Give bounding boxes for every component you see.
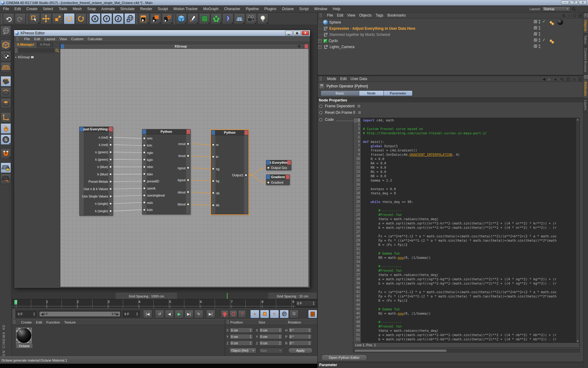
am-menu-edit[interactable]: Edit (340, 77, 347, 81)
tab-basic[interactable]: Basic (321, 90, 359, 96)
layer-swatch[interactable] (534, 44, 537, 48)
timeline-frame-field[interactable]: 0 F▲▼ (296, 300, 316, 306)
node-output-everything[interactable]: t Everything Output Gra (266, 160, 291, 170)
material-menu-create[interactable]: Create (21, 320, 32, 324)
node-input-cap[interactable] (266, 160, 270, 165)
am-grip[interactable] (319, 77, 322, 81)
menu-tools[interactable]: Tools (58, 7, 67, 11)
size-x-field[interactable]: 0 cm▲▼ (259, 328, 282, 333)
redo-button[interactable] (15, 13, 26, 24)
om-grip[interactable] (319, 13, 322, 17)
menu-mesh[interactable]: Mesh (73, 7, 81, 11)
side-tab-content-browser[interactable]: Content Browse (583, 46, 588, 74)
pan-icon[interactable] (297, 44, 301, 48)
position-x-field[interactable]: 0 cm▲▼ (230, 328, 253, 333)
om-path-icon[interactable] (572, 14, 576, 17)
code-vertical-scrollbar[interactable]: ▲▼ (576, 118, 579, 343)
xpresso-menu-grip[interactable] (16, 37, 19, 41)
frame-dependent-checkbox[interactable] (357, 104, 361, 108)
menu-simulate[interactable]: Simulate (120, 7, 135, 11)
expand-icon[interactable]: + (318, 39, 322, 43)
node-input-cap[interactable] (211, 130, 215, 135)
scale-tool[interactable] (52, 13, 63, 24)
key-parameter-toggle[interactable]: P (280, 310, 289, 318)
node-output-cap[interactable] (286, 175, 289, 179)
node-properties-section[interactable]: Node Properties (318, 98, 583, 102)
am-add-icon[interactable] (579, 77, 582, 81)
node-python-2-selected[interactable]: Python nrkrngkgnbkb Output1 (211, 130, 248, 214)
magnet-snap-button[interactable] (1, 148, 11, 159)
node-output-cap[interactable] (187, 129, 190, 134)
om-menu-tags[interactable]: Tags (376, 13, 383, 17)
target-icon[interactable]: ◎ (573, 77, 576, 81)
tab-x-pool[interactable]: X-Pool (37, 42, 53, 48)
next-frame-button[interactable]: ▶| (184, 310, 194, 318)
rotate-tool[interactable] (64, 13, 75, 24)
xpresso-search-input[interactable] (19, 48, 54, 52)
om-menu-file[interactable]: File (327, 13, 333, 17)
add-panel-icon[interactable]: + (584, 75, 588, 79)
om-menu-objects[interactable]: Objects (359, 13, 372, 17)
enable-check-icon[interactable]: ✓ (542, 19, 545, 24)
node-input-cap[interactable] (142, 129, 146, 134)
menu-sculpt[interactable]: Sculpt (158, 7, 168, 11)
add-subdivision-sphere-button[interactable] (199, 13, 210, 24)
material-menu-edit[interactable]: Edit (36, 320, 42, 324)
menu-window[interactable]: Window (314, 7, 327, 11)
tab-node[interactable]: Node (359, 90, 384, 96)
xpresso-menu-edit[interactable]: Edit (34, 37, 40, 41)
lock-icon[interactable] (567, 77, 570, 81)
port-k-blue[interactable] (109, 173, 112, 176)
move-tool[interactable] (40, 13, 51, 24)
last-tool-rotate[interactable] (75, 13, 86, 24)
menu-select[interactable]: Select (43, 7, 53, 11)
xpresso-menu-custom[interactable]: Custom (71, 37, 84, 41)
port-kgout[interactable] (187, 179, 190, 182)
xpresso-menu-calculate[interactable]: Calculate (88, 37, 102, 41)
python-code-editor[interactable]: 1234567891011121314151617181920212223242… (353, 118, 580, 348)
key-rotation-toggle[interactable]: ↻ (270, 310, 279, 318)
material-tag-icon[interactable] (557, 19, 563, 25)
keyframe-film-button[interactable] (308, 310, 317, 318)
port-ngout[interactable] (187, 167, 190, 169)
timeline-ruler[interactable]: 0123456789 0 F▲▼ (12, 299, 317, 308)
polygons-mode-button[interactable] (1, 98, 11, 109)
menu-help[interactable]: Help (333, 7, 340, 11)
enable-dots[interactable] (539, 44, 540, 48)
side-tab-objects[interactable]: Objects (583, 18, 588, 33)
side-tab-attributes[interactable]: Attributes (583, 80, 588, 98)
layout-select[interactable]: Startup▼ (542, 6, 570, 11)
menu-edit[interactable]: Edit (14, 7, 21, 11)
am-search-icon[interactable] (560, 77, 564, 81)
param-circle-icon[interactable] (319, 111, 322, 114)
tab-x-manager[interactable]: X-Manager (14, 42, 37, 48)
node-output-gradient[interactable]: Gradient Gradient (266, 174, 290, 185)
xgroup-canvas-header[interactable]: XGroup ↕ (60, 44, 308, 49)
object-mode-dropdown[interactable]: Object (Rel)▼ (229, 348, 256, 353)
node-python1-titlebar[interactable]: Python (142, 129, 190, 134)
node-adjust-everything[interactable]: just Everything in n (red)k (red)n (gree… (79, 127, 113, 216)
param-circle-icon[interactable] (319, 118, 322, 121)
open-python-editor-button[interactable]: Open Python Editor (321, 355, 367, 361)
xgroup-tree-item[interactable]: ▸ XGroup (14, 54, 60, 60)
node-out-everything-titlebar[interactable]: t Everything (266, 160, 291, 165)
side-tab-takes[interactable]: Takes (583, 33, 588, 46)
material-item-octane[interactable]: Octane (16, 328, 32, 348)
port-n-green[interactable] (109, 151, 112, 154)
size-mode-dropdown[interactable]: Size▼ (259, 348, 283, 353)
enable-axis-button[interactable] (1, 112, 11, 123)
keyframe-selection-button[interactable]: ? (238, 310, 246, 318)
port-use-single-values[interactable] (109, 195, 112, 198)
key-scale-toggle[interactable] (260, 310, 269, 318)
port-nrout[interactable] (187, 143, 190, 145)
rotation-p-field[interactable]: 0 °▲▼ (288, 334, 312, 339)
object-row-lights-camera[interactable]: + Lights_Camera (318, 44, 579, 50)
side-tab-layers[interactable]: Layers (583, 98, 588, 112)
node-input-cap[interactable] (80, 127, 83, 132)
am-menu-user-data[interactable]: User Data (351, 77, 367, 81)
menu-character[interactable]: Character (224, 7, 240, 11)
port-preset-metals[interactable] (109, 180, 112, 183)
reset-checkbox[interactable] (358, 111, 361, 114)
menu-create[interactable]: Create (26, 7, 37, 11)
workplane-mode-button[interactable] (1, 62, 11, 72)
